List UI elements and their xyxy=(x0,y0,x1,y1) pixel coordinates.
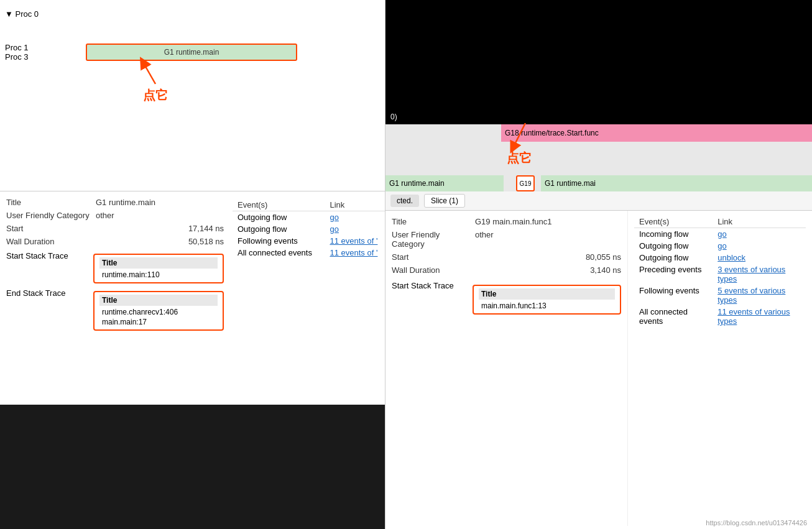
black-area: 0) xyxy=(385,0,812,124)
br-events: Event(s) Link Incoming flowgoOutgoing fl… xyxy=(628,211,812,526)
br-link-cell[interactable]: go xyxy=(713,240,806,252)
link-cell[interactable]: 11 events of ' xyxy=(325,235,386,247)
bottom-right-panel: cted. Slice (1) Title G19 main.main.func… xyxy=(385,191,812,529)
end-stack-title: Title xyxy=(99,295,218,306)
br-link-cell[interactable]: go xyxy=(713,228,806,241)
annotation-text-left: 点它 xyxy=(143,87,168,104)
end-stack-item1: runtime.chanrecv1:406 xyxy=(99,307,218,317)
br-event-cell: Outgoing flow xyxy=(634,240,713,252)
br-events-table: Event(s) Link Incoming flowgoOutgoing fl… xyxy=(634,216,806,327)
detail-left: Title G1 runtime.main User Friendly Cate… xyxy=(0,191,230,336)
proc0-row: ▼ Proc 0 xyxy=(0,5,385,22)
br-event-cell: All connected events xyxy=(634,306,713,327)
end-stack-item2: main.main:17 xyxy=(99,317,218,327)
event-row: All connected events11 events of ' xyxy=(233,247,385,259)
br-link-col-header: Link xyxy=(713,216,806,228)
br-link-cell[interactable]: 3 events of various types xyxy=(713,264,806,285)
br-event-row: Preceding events3 events of various type… xyxy=(634,264,806,285)
tab-connected[interactable]: cted. xyxy=(390,195,419,207)
event-cell: Outgoing flow xyxy=(233,211,325,224)
br-link-cell[interactable]: 5 events of various types xyxy=(713,285,806,306)
br-start-stack-row: Start Stack Trace Title main.main.func1:… xyxy=(392,281,621,315)
event-cell: All connected events xyxy=(233,247,325,259)
timeline-area: G18 runtime/trace.Start.func G1 runtime.… xyxy=(385,124,812,191)
br-category-label: User Friendly Category xyxy=(392,229,473,250)
arrow-annotation-left: 点它 xyxy=(137,56,174,185)
event-row: Outgoing flowgo xyxy=(233,223,385,235)
pink-bar: G18 runtime/trace.Start.func xyxy=(501,124,812,142)
br-event-row: Incoming flowgo xyxy=(634,228,806,241)
proc13-row: Proc 1 Proc 3 G1 runtime.main xyxy=(0,35,385,70)
g1-bar-right: G1 runtime.mai xyxy=(541,175,812,191)
tab-slice[interactable]: Slice (1) xyxy=(424,194,465,208)
link-cell[interactable]: go xyxy=(325,223,386,235)
start-stack-box: Title runtime.main:110 xyxy=(93,254,224,283)
proc1-label: Proc 1 xyxy=(5,43,80,52)
g1-bar-left: G1 runtime.main xyxy=(385,175,504,191)
start-value: 17,144 ns xyxy=(96,223,224,234)
br-events-col-header: Event(s) xyxy=(634,216,713,228)
tabs-bar: cted. Slice (1) xyxy=(385,191,812,211)
end-stack-row: End Stack Trace Title runtime.chanrecv1:… xyxy=(6,288,224,331)
trace-bar-area: G1 runtime.main xyxy=(80,41,380,63)
event-row: Outgoing flowgo xyxy=(233,211,385,224)
br-title-value: G19 main.main.func1 xyxy=(475,216,621,228)
events-table-left: Event(s) Link Outgoing flowgoOutgoing fl… xyxy=(233,199,385,259)
end-stack-label: End Stack Trace xyxy=(6,288,93,298)
br-link-cell[interactable]: 11 events of various types xyxy=(713,306,806,327)
csdn-url: https://blog.csdn.net/u013474426 xyxy=(706,519,807,527)
br-title-label: Title xyxy=(392,216,473,228)
br-link-cell[interactable]: unblock xyxy=(713,252,806,264)
detail-grid-left: Title G1 runtime.main User Friendly Cate… xyxy=(6,196,224,247)
end-stack-box: Title runtime.chanrecv1:406 main.main:17 xyxy=(93,291,224,331)
br-start-label: Start xyxy=(392,251,473,263)
events-right-left: Event(s) Link Outgoing flowgoOutgoing fl… xyxy=(230,196,385,261)
g1-trace-bar[interactable]: G1 runtime.main xyxy=(86,44,297,61)
br-stack-title: Title xyxy=(479,288,615,300)
start-stack-label: Start Stack Trace xyxy=(6,251,93,260)
event-cell: Outgoing flow xyxy=(233,223,325,235)
br-event-cell: Preceding events xyxy=(634,264,713,285)
category-label: User Friendly Category xyxy=(6,209,93,221)
bottom-left-panel: Title G1 runtime.main User Friendly Cate… xyxy=(0,191,385,529)
br-event-row: All connected events11 events of various… xyxy=(634,306,806,327)
link-col-header: Link xyxy=(325,199,386,211)
br-event-cell: Following events xyxy=(634,285,713,306)
br-event-cell: Outgoing flow xyxy=(634,252,713,264)
br-event-row: Following events5 events of various type… xyxy=(634,285,806,306)
br-category-value: other xyxy=(475,229,621,250)
svg-line-1 xyxy=(513,123,525,148)
top-left-panel: ▼ Proc 0 Proc 1 Proc 3 G1 runtime.main xyxy=(0,0,385,191)
br-content: Title G19 main.main.func1 User Friendly … xyxy=(385,211,812,526)
zero-label: 0) xyxy=(390,113,397,121)
link-cell[interactable]: 11 events of ' xyxy=(325,247,386,259)
start-stack-title: Title xyxy=(99,257,218,269)
start-stack-row: Start Stack Trace Title runtime.main:110 xyxy=(6,251,224,283)
proc0-label: ▼ Proc 0 xyxy=(5,9,80,19)
br-detail: Title G19 main.main.func1 User Friendly … xyxy=(385,211,628,526)
br-stack-box: Title main.main.func1:13 xyxy=(473,285,621,315)
proc3-label: Proc 3 xyxy=(5,52,80,62)
svg-line-0 xyxy=(143,62,155,84)
events-col-header: Event(s) xyxy=(233,199,325,211)
title-label: Title xyxy=(6,196,93,208)
br-duration-value: 3,140 ns xyxy=(475,264,621,276)
link-cell[interactable]: go xyxy=(325,211,386,224)
start-label: Start xyxy=(6,223,93,234)
g19-box[interactable]: G19 xyxy=(516,175,535,191)
br-stack-item: main.main.func1:13 xyxy=(479,301,615,311)
start-stack-item: runtime.main:110 xyxy=(99,270,218,280)
event-row: Following events11 events of ' xyxy=(233,235,385,247)
br-start-stack-label: Start Stack Trace xyxy=(392,281,473,290)
duration-value: 50,518 ns xyxy=(96,236,224,247)
br-start-value: 80,055 ns xyxy=(475,251,621,263)
black-lower-left xyxy=(0,405,385,529)
category-value: other xyxy=(96,209,224,221)
duration-label: Wall Duration xyxy=(6,236,93,247)
br-event-row: Outgoing flowgo xyxy=(634,240,806,252)
top-right-panel: 0) G18 runtime/trace.Start.func G1 runti… xyxy=(385,0,812,191)
br-event-cell: Incoming flow xyxy=(634,228,713,241)
arrow-annotation-right: 点它 xyxy=(507,123,544,167)
title-value: G1 runtime.main xyxy=(96,196,224,208)
br-detail-grid: Title G19 main.main.func1 User Friendly … xyxy=(392,216,621,276)
